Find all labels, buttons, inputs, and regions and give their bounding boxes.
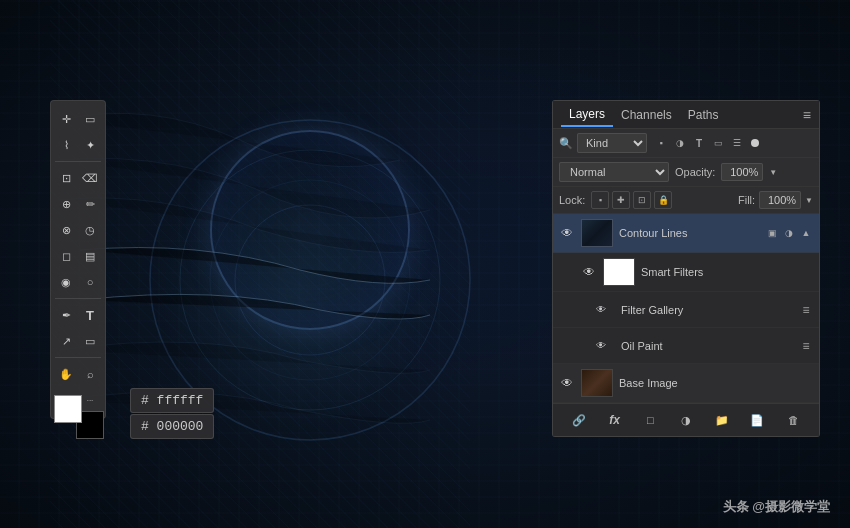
eyedropper-tool[interactable]: ⌫ (79, 166, 101, 190)
blur-tool[interactable]: ◉ (55, 270, 77, 294)
shape-tool[interactable]: ▭ (79, 329, 101, 353)
tool-row-8: ✒ T (55, 303, 101, 327)
hex-black-label: # 000000 (141, 419, 203, 434)
stamp-tool[interactable]: ⊗ (55, 218, 77, 242)
hex-tooltip-black: # 000000 (130, 414, 214, 439)
opacity-label: Opacity: (675, 166, 715, 178)
gradient-tool[interactable]: ▤ (79, 244, 101, 268)
blend-mode-dropdown[interactable]: Normal (559, 162, 669, 182)
magic-wand-tool[interactable]: ✦ (79, 133, 101, 157)
layer-collapse-icon[interactable]: ▲ (799, 226, 813, 240)
layer-base-image[interactable]: 👁 Base Image (553, 364, 819, 403)
path-select-tool[interactable]: ↗ (55, 329, 77, 353)
filter-settings-icon[interactable]: ≡ (799, 303, 813, 317)
watermark-text: 头条 @摄影微学堂 (723, 499, 830, 514)
layers-panel: Layers Channels Paths ≡ 🔍 Kind ▪ ◑ T ▭ ☰… (552, 100, 820, 437)
history-brush-tool[interactable]: ◷ (79, 218, 101, 242)
layer-thumb-base (581, 369, 613, 397)
text-tool[interactable]: T (79, 303, 101, 327)
tab-paths[interactable]: Paths (680, 104, 727, 126)
thumb-smart-preview (604, 259, 634, 285)
tab-channels[interactable]: Channels (613, 104, 680, 126)
layer-visibility-filter[interactable]: 👁 (593, 302, 609, 318)
divider-1 (55, 161, 101, 162)
pixel-filter-icon[interactable]: ▪ (653, 135, 669, 151)
oil-settings-icon[interactable]: ≡ (799, 339, 813, 353)
add-mask-button[interactable]: □ (639, 409, 661, 431)
blend-mode-row: Normal Opacity: ▼ (553, 158, 819, 187)
tool-row-6: ◻ ▤ (55, 244, 101, 268)
layer-contour-lines[interactable]: 👁 Contour Lines ▣ ◑ ▲ (553, 214, 819, 253)
hex-white-label: # ffffff (141, 393, 203, 408)
layer-filter-gallery[interactable]: 👁 Filter Gallery ≡ (553, 292, 819, 328)
tool-row-3: ⊡ ⌫ (55, 166, 101, 190)
lock-artboard-icon[interactable]: ⊡ (633, 191, 651, 209)
tool-row-4: ⊕ ✏ (55, 192, 101, 216)
layer-visibility-base[interactable]: 👁 (559, 375, 575, 391)
marquee-tool[interactable]: ▭ (79, 107, 101, 131)
link-layers-button[interactable]: 🔗 (568, 409, 590, 431)
heal-tool[interactable]: ⊕ (55, 192, 77, 216)
layer-name-base: Base Image (619, 377, 813, 389)
new-layer-button[interactable]: 📄 (746, 409, 768, 431)
layer-smart-filters[interactable]: 👁 Smart Filters (553, 253, 819, 292)
tab-layers[interactable]: Layers (561, 103, 613, 127)
kind-dropdown[interactable]: Kind (577, 133, 647, 153)
fill-chevron-icon: ▼ (805, 196, 813, 205)
fill-label: Fill: (738, 194, 755, 206)
layer-oil-paint[interactable]: 👁 Oil Paint ≡ (553, 328, 819, 364)
pen-tool[interactable]: ✒ (55, 303, 77, 327)
lock-row: Lock: ▪ ✚ ⊡ 🔒 Fill: ▼ (553, 187, 819, 214)
hex-tooltip-white: # ffffff (130, 388, 214, 413)
panel-menu-icon[interactable]: ≡ (803, 107, 811, 123)
layer-name-smart: Smart Filters (641, 266, 813, 278)
layer-visibility-oil[interactable]: 👁 (593, 338, 609, 354)
layer-thumb-contour (581, 219, 613, 247)
dodge-tool[interactable]: ○ (79, 270, 101, 294)
fx-button[interactable]: fx (604, 409, 626, 431)
thumb-contour-preview (582, 220, 612, 246)
lock-pixels-icon[interactable]: ▪ (591, 191, 609, 209)
adjustment-filter-icon[interactable]: ◑ (672, 135, 688, 151)
layer-name-filter-gallery: Filter Gallery (621, 304, 793, 316)
lasso-tool[interactable]: ⌇ (55, 133, 77, 157)
opacity-input[interactable] (721, 163, 763, 181)
adjustment-layer-button[interactable]: ◑ (675, 409, 697, 431)
fill-section: Fill: ▼ (738, 191, 813, 209)
layer-visibility-contour[interactable]: 👁 (559, 225, 575, 241)
crop-tool[interactable]: ⊡ (55, 166, 77, 190)
lock-all-icon[interactable]: 🔒 (654, 191, 672, 209)
lock-position-icon[interactable]: ✚ (612, 191, 630, 209)
tool-row-1: ✛ ▭ (55, 107, 101, 131)
eraser-tool[interactable]: ◻ (55, 244, 77, 268)
zoom-tool[interactable]: ⌕ (79, 362, 101, 386)
layer-name-oil-paint: Oil Paint (621, 340, 793, 352)
layer-name-contour: Contour Lines (619, 227, 759, 239)
group-button[interactable]: 📁 (711, 409, 733, 431)
layer-right-icons-oil: ≡ (799, 339, 813, 353)
color-swatches (54, 395, 104, 439)
layer-copy-icon[interactable]: ▣ (765, 226, 779, 240)
text-filter-icon[interactable]: T (691, 135, 707, 151)
kind-filter-icons: ▪ ◑ T ▭ ☰ (653, 135, 745, 151)
smart-filter-icon[interactable]: ☰ (729, 135, 745, 151)
delete-layer-button[interactable]: 🗑 (782, 409, 804, 431)
layer-right-icons-filter: ≡ (799, 303, 813, 317)
layer-effect-icon[interactable]: ◑ (782, 226, 796, 240)
tool-row-10: ✋ ⌕ (55, 362, 101, 386)
fill-input[interactable] (759, 191, 801, 209)
hand-tool[interactable]: ✋ (55, 362, 77, 386)
tool-row-2: ⌇ ✦ (55, 133, 101, 157)
foreground-color-swatch[interactable] (54, 395, 82, 423)
headlight-effect (210, 130, 410, 330)
tool-row-7: ◉ ○ (55, 270, 101, 294)
layer-visibility-smart[interactable]: 👁 (581, 264, 597, 280)
move-tool[interactable]: ✛ (55, 107, 77, 131)
tool-row-5: ⊗ ◷ (55, 218, 101, 242)
lock-icons: ▪ ✚ ⊡ 🔒 (591, 191, 672, 209)
brush-tool[interactable]: ✏ (79, 192, 101, 216)
lock-label: Lock: (559, 194, 585, 206)
shape-filter-icon[interactable]: ▭ (710, 135, 726, 151)
kind-row: 🔍 Kind ▪ ◑ T ▭ ☰ (553, 129, 819, 158)
layer-right-icons-contour: ▣ ◑ ▲ (765, 226, 813, 240)
